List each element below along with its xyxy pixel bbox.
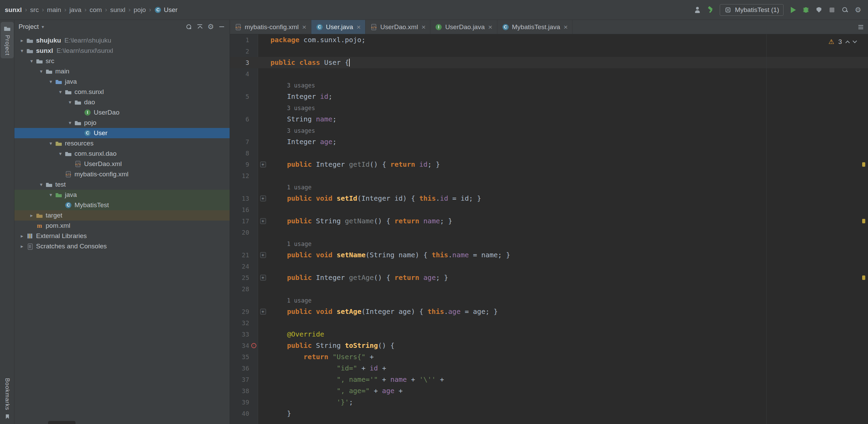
inlay-hint-row[interactable]: 1 usage xyxy=(230,295,868,306)
settings-button[interactable] xyxy=(207,23,215,31)
tree-row-main[interactable]: ▾main xyxy=(14,66,230,76)
code-line[interactable]: 28 xyxy=(230,283,868,295)
code-line[interactable]: 38 ", age=" + age + xyxy=(230,385,868,397)
fold-marker-icon[interactable]: + xyxy=(260,275,266,281)
chevron-down-icon[interactable]: ▾ xyxy=(47,192,55,198)
usages-inlay-hint[interactable]: 3 usages xyxy=(270,80,315,91)
usages-inlay-hint[interactable]: 1 usage xyxy=(270,295,312,306)
tree-row-src[interactable]: ▾src xyxy=(14,56,230,66)
chevron-down-icon[interactable]: ▾ xyxy=(56,151,65,157)
inlay-hint-row[interactable]: 1 usage xyxy=(230,181,868,193)
breadcrumb-item-sunxl[interactable]: sunxl xyxy=(5,6,22,14)
usages-inlay-hint[interactable]: 3 usages xyxy=(270,125,315,137)
inspections-widget[interactable]: ⚠ 3 xyxy=(828,38,856,46)
code-editor[interactable]: 1package com.sunxl.pojo;23public class U… xyxy=(230,34,868,424)
chevron-down-icon[interactable]: ▾ xyxy=(37,68,45,74)
fold-marker-icon[interactable]: + xyxy=(260,162,266,167)
tree-row-target[interactable]: ▸target xyxy=(14,210,230,221)
hide-button[interactable] xyxy=(218,23,225,31)
run-configuration-select[interactable]: MybatisTest (1) xyxy=(720,4,784,16)
code-line[interactable]: 1package com.sunxl.pojo; xyxy=(230,34,868,46)
chevron-down-icon[interactable]: ▾ xyxy=(66,120,74,126)
chevron-right-icon[interactable]: ▸ xyxy=(18,233,26,239)
code-line[interactable]: 40 } xyxy=(230,408,868,419)
search-button[interactable] xyxy=(841,6,849,14)
prev-problem-icon[interactable] xyxy=(845,40,850,45)
chevron-right-icon[interactable]: ▸ xyxy=(18,37,26,44)
debug-button[interactable] xyxy=(802,6,810,14)
tree-row-java[interactable]: ▾java xyxy=(14,76,230,87)
coverage-button[interactable] xyxy=(815,6,823,14)
inlay-hint-row[interactable]: 3 usages xyxy=(230,80,868,91)
locate-button[interactable] xyxy=(185,23,193,31)
breadcrumb-item-user[interactable]: User xyxy=(154,6,177,14)
inlay-hint-row[interactable]: 1 usage xyxy=(230,238,868,249)
code-line[interactable]: 35 return "Users{" + xyxy=(230,351,868,363)
tab-userdao-xml[interactable]: UserDao.xml× xyxy=(366,20,430,34)
chevron-right-icon[interactable]: ▸ xyxy=(18,243,26,249)
fold-marker-icon[interactable]: + xyxy=(260,218,266,224)
settings-button[interactable] xyxy=(854,6,862,14)
fold-marker-icon[interactable]: + xyxy=(260,309,266,315)
tree-row-external-libraries[interactable]: ▸External Libraries xyxy=(14,231,230,241)
breadcrumb-item-com[interactable]: com xyxy=(90,6,102,14)
code-line[interactable]: 8 xyxy=(230,148,868,159)
code-line[interactable]: 24 xyxy=(230,261,868,272)
code-line[interactable]: 29+ public void setAge(Integer age) { th… xyxy=(230,306,868,317)
chevron-down-icon[interactable]: ▾ xyxy=(27,58,36,64)
code-line[interactable]: 2 xyxy=(230,46,868,57)
close-icon[interactable]: × xyxy=(564,23,568,31)
tree-row-dao[interactable]: ▾dao xyxy=(14,97,230,107)
tree-row-userdao-xml[interactable]: UserDao.xml xyxy=(14,159,230,169)
code-line[interactable]: 16 xyxy=(230,204,868,215)
chevron-down-icon[interactable]: ▾ xyxy=(66,99,74,105)
tree-row-com-sunxl[interactable]: ▾com.sunxl xyxy=(14,87,230,97)
chevron-down-icon[interactable]: ▾ xyxy=(47,79,55,85)
tree-row-resources[interactable]: ▾resources xyxy=(14,138,230,149)
code-line[interactable]: 32 xyxy=(230,317,868,329)
warning-stripe-mark[interactable] xyxy=(862,219,865,223)
code-line[interactable]: 36 "id=" + id + xyxy=(230,363,868,374)
code-line[interactable]: 13+ public void setId(Integer id) { this… xyxy=(230,193,868,204)
code-line[interactable]: 25+ public Integer getAge() { return age… xyxy=(230,272,868,283)
close-icon[interactable]: × xyxy=(357,23,361,31)
code-line[interactable]: 5 Integer id; xyxy=(230,91,868,102)
override-method-icon[interactable]: ↑ xyxy=(251,343,256,348)
close-icon[interactable]: × xyxy=(302,23,306,31)
fold-marker-icon[interactable]: + xyxy=(260,252,266,258)
code-line[interactable]: 7 Integer age; xyxy=(230,136,868,148)
usages-inlay-hint[interactable]: 1 usage xyxy=(270,238,312,250)
code-line[interactable]: 37 ", name='" + name + '\'' + xyxy=(230,374,868,385)
chevron-right-icon[interactable]: ▸ xyxy=(27,212,36,219)
code-line[interactable]: 20 xyxy=(230,227,868,238)
tree-row-mybatistest[interactable]: MybatisTest xyxy=(14,200,230,210)
inlay-hint-row[interactable]: 3 usages xyxy=(230,125,868,136)
code-line[interactable]: 12 xyxy=(230,170,868,181)
chevron-down-icon[interactable]: ▾ xyxy=(56,89,65,95)
tree-row-java[interactable]: ▾java xyxy=(14,190,230,200)
chevron-down-icon[interactable]: ▾ xyxy=(18,48,26,54)
tree-row-mybatis-config-xml[interactable]: mybatis-config.xml xyxy=(14,169,230,179)
bookmarks-stripe-button[interactable]: Bookmarks xyxy=(1,375,14,423)
code-line[interactable]: 21+ public void setName(String name) { t… xyxy=(230,249,868,261)
stop-button[interactable] xyxy=(828,6,836,14)
users-button[interactable] xyxy=(694,6,701,14)
usages-inlay-hint[interactable]: 1 usage xyxy=(270,182,312,193)
breadcrumb-item-pojo[interactable]: pojo xyxy=(134,6,146,14)
code-line[interactable]: 4 xyxy=(230,68,868,80)
project-panel-title[interactable]: Project xyxy=(19,23,39,31)
code-line[interactable]: 3public class User { xyxy=(230,57,868,68)
chevron-down-icon[interactable]: ▾ xyxy=(42,24,44,30)
collapse-all-button[interactable] xyxy=(196,23,204,31)
warning-stripe-mark[interactable] xyxy=(862,275,865,280)
code-line[interactable]: 6 String name; xyxy=(230,114,868,125)
usages-inlay-hint[interactable]: 3 usages xyxy=(270,103,315,114)
chevron-down-icon[interactable]: ▾ xyxy=(37,181,45,188)
tree-row-test[interactable]: ▾test xyxy=(14,179,230,190)
code-line[interactable]: 17+ public String getName() { return nam… xyxy=(230,215,868,227)
tree-row-pom-xml[interactable]: pom.xml xyxy=(14,221,230,231)
next-problem-icon[interactable] xyxy=(853,39,857,43)
inlay-hint-row[interactable]: 3 usages xyxy=(230,102,868,114)
tab-list-menu-icon[interactable] xyxy=(857,23,865,31)
tree-row-com-sunxl-dao[interactable]: ▾com.sunxl.dao xyxy=(14,149,230,159)
